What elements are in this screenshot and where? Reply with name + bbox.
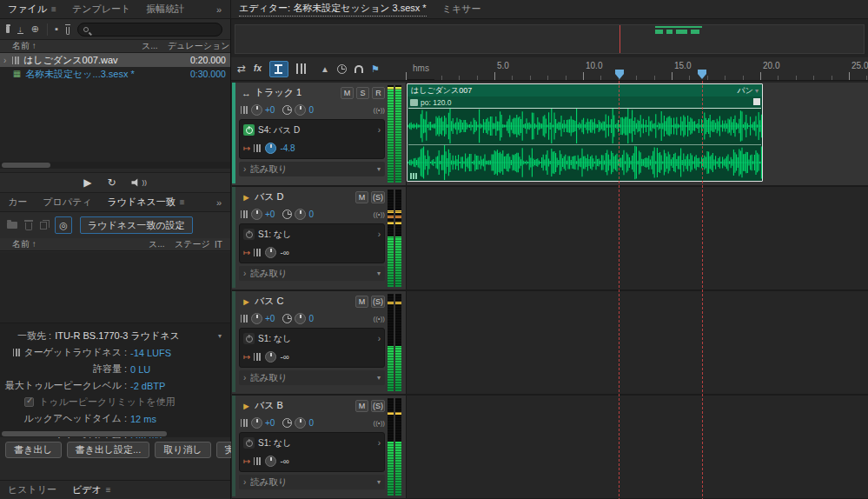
send-level-value[interactable]: -∞	[280, 248, 288, 257]
clip-header[interactable]: はしごダンス007 パン▾	[407, 84, 762, 96]
fade-handle[interactable]	[753, 98, 760, 105]
send-level-knob[interactable]	[265, 351, 276, 363]
send-level-value[interactable]: -∞	[280, 352, 288, 362]
column-stage[interactable]: ステージ	[175, 238, 215, 250]
chevron-down-icon[interactable]: ▾	[218, 332, 230, 340]
send-assignment[interactable]: S1: なし	[258, 229, 374, 241]
time-selection-tool-button[interactable]	[269, 61, 288, 77]
solo-button[interactable]: (S)	[371, 191, 385, 203]
audition-monitor-button[interactable]: ))	[131, 178, 146, 187]
track-lane[interactable]	[406, 291, 868, 394]
send-level-knob[interactable]	[265, 143, 276, 154]
panel-menu-icon[interactable]: ≡	[180, 197, 185, 207]
move-tool-icon[interactable]: ⇄	[237, 63, 246, 74]
input-monitor-icon[interactable]: ((•))	[374, 315, 385, 323]
pan-value[interactable]: 0	[308, 418, 314, 428]
send-power-button[interactable]	[243, 124, 255, 136]
volume-knob[interactable]	[251, 209, 262, 220]
snap-magnet-icon[interactable]	[354, 65, 363, 73]
mixer-view-icon[interactable]	[296, 63, 306, 74]
pan-knob[interactable]	[295, 209, 306, 220]
play-button[interactable]: ▶	[83, 177, 91, 188]
tab-files[interactable]: ファイル≡	[0, 3, 64, 16]
volume-value[interactable]: +0	[265, 314, 275, 323]
column-duration[interactable]: デュレーション	[168, 40, 230, 52]
export-settings-button[interactable]: 書き出し設定...	[67, 442, 150, 458]
mute-button[interactable]: M	[341, 87, 354, 99]
volume-value[interactable]: +0	[265, 105, 275, 115]
automation-mode-dropdown[interactable]: › 読み取り ▾	[239, 266, 385, 281]
files-hscrollbar[interactable]	[0, 162, 230, 169]
panel-menu-icon[interactable]: ≡	[51, 4, 56, 14]
send-assignment[interactable]: S4: バス D	[258, 124, 374, 136]
match-to-value[interactable]: ITU-R BS.1770-3 ラウドネス	[55, 329, 180, 343]
import-file-icon[interactable]: ↓	[17, 25, 23, 34]
solo-button[interactable]: (S)	[371, 296, 385, 308]
search-input[interactable]	[93, 24, 216, 35]
tab-template[interactable]: テンプレート	[64, 3, 138, 16]
mute-button[interactable]: M	[355, 400, 368, 412]
mute-button[interactable]: M	[355, 296, 368, 308]
track-name[interactable]: バス B	[255, 399, 353, 412]
send-power-button[interactable]	[243, 333, 255, 344]
lookahead-value[interactable]: 12 ms	[130, 414, 156, 424]
track-lane[interactable]	[406, 187, 868, 289]
scrollbar-thumb[interactable]	[2, 163, 50, 168]
effects-rack-icon[interactable]: fx	[254, 64, 262, 73]
tab-editor[interactable]: エディター: 名称未設定セッション 3.sesx *	[231, 2, 434, 17]
input-monitor-icon[interactable]: ((•))	[374, 419, 385, 427]
pan-value[interactable]: 0	[308, 314, 314, 323]
volume-value[interactable]: +0	[265, 418, 275, 428]
file-row-wav[interactable]: › はしごダンス007.wav 0:20.000	[0, 53, 230, 67]
tab-mixer[interactable]: ミキサー	[434, 3, 489, 16]
send-power-button[interactable]	[243, 437, 255, 449]
solo-button[interactable]: S	[356, 87, 369, 99]
options-icon[interactable]: ▪	[55, 24, 58, 34]
volume-knob[interactable]	[251, 313, 262, 324]
tab-history[interactable]: ヒストリー	[0, 483, 64, 496]
input-monitor-icon[interactable]: ((•))	[374, 210, 385, 218]
tolerance-value[interactable]: 0 LU	[130, 364, 150, 375]
send-level-value[interactable]: -∞	[280, 456, 288, 466]
column-status[interactable]: ス...	[149, 238, 175, 250]
column-status[interactable]: ス...	[142, 40, 168, 52]
track-name[interactable]: バス C	[255, 295, 353, 308]
export-button[interactable]: 書き出し	[5, 442, 62, 458]
clip-pan-dropdown[interactable]: パン▾	[738, 85, 759, 96]
chevron-right-icon[interactable]: ›	[378, 438, 381, 448]
pan-value[interactable]: 0	[308, 105, 314, 115]
pan-knob[interactable]	[295, 313, 306, 324]
pan-value[interactable]: 0	[308, 210, 314, 219]
chevron-right-icon[interactable]: ›	[378, 125, 381, 135]
send-level-value[interactable]: -4.8	[280, 143, 295, 153]
loop-playback-button[interactable]: ↻	[107, 177, 116, 188]
send-level-knob[interactable]	[265, 247, 276, 258]
column-name[interactable]: 名前 ↑	[0, 238, 149, 250]
clock-icon[interactable]	[337, 64, 347, 74]
new-item-icon[interactable]: ⊕	[31, 24, 39, 34]
panel-overflow-button[interactable]: »	[208, 4, 230, 15]
loudness-hscrollbar[interactable]	[0, 430, 230, 437]
loudness-meter-button[interactable]: ◎	[55, 216, 72, 234]
track-name[interactable]: バス D	[255, 190, 353, 203]
automation-mode-dropdown[interactable]: › 読み取り ▾	[239, 475, 385, 489]
panel-menu-icon[interactable]: ≡	[106, 485, 111, 495]
marker-icon[interactable]: ⚑	[371, 63, 380, 75]
loudness-settings-button[interactable]: ラウドネス一致の設定	[80, 216, 193, 234]
volume-knob[interactable]	[251, 417, 262, 429]
solo-button[interactable]: (S)	[371, 400, 385, 412]
send-power-button[interactable]	[243, 229, 255, 240]
metronome-icon[interactable]: ▲	[321, 64, 329, 74]
mute-button[interactable]: M	[355, 191, 368, 203]
send-assignment[interactable]: S1: なし	[258, 333, 374, 345]
track-lane[interactable]: はしごダンス007 パン▾ po: 120.0	[406, 83, 868, 185]
delete-icon[interactable]	[66, 27, 70, 35]
cancel-button[interactable]: 取り消し	[155, 442, 211, 458]
tab-amplitude[interactable]: 振幅統計	[138, 3, 192, 16]
file-row-session[interactable]: ▦ 名称未設定セッ...3.sesx * 0:30.000	[0, 67, 230, 81]
column-name[interactable]: 名前 ↑	[0, 40, 142, 52]
chevron-right-icon[interactable]: ›	[378, 230, 381, 239]
track-name[interactable]: トラック 1	[255, 86, 338, 99]
pan-knob[interactable]	[295, 104, 306, 116]
audio-clip[interactable]: はしごダンス007 パン▾ po: 120.0	[407, 83, 763, 182]
